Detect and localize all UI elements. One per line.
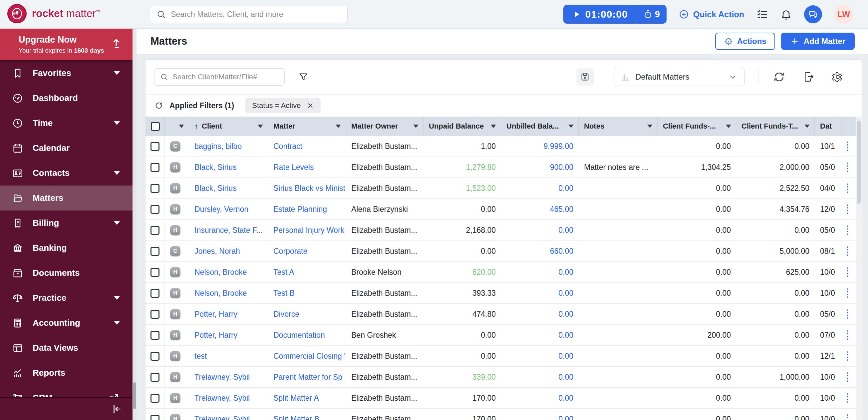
row-checkbox[interactable] [151, 205, 159, 214]
column-menu-caret-icon[interactable] [804, 125, 810, 128]
unbilled-balance-link[interactable]: 0.00 [558, 184, 574, 193]
row-menu-kebab-icon[interactable] [847, 393, 848, 403]
row-menu-kebab-icon[interactable] [847, 205, 848, 214]
unbilled-balance-link[interactable]: 0.00 [558, 268, 574, 277]
select-all-checkbox[interactable] [151, 122, 160, 131]
unbilled-balance-link[interactable]: 900.00 [550, 163, 574, 172]
row-checkbox[interactable] [151, 268, 159, 277]
column-menu-caret-icon[interactable] [336, 125, 341, 128]
save-view-button[interactable] [576, 68, 594, 86]
row-menu-kebab-icon[interactable] [847, 183, 848, 193]
sidebar-item-billing[interactable]: Billing [0, 210, 132, 236]
unbilled-balance-link[interactable]: 660.00 [550, 247, 574, 256]
row-menu-header[interactable] [840, 117, 855, 136]
sidebar-item-contacts[interactable]: Contacts [0, 160, 132, 185]
column-header-blank[interactable] [165, 117, 189, 136]
sidebar-item-banking[interactable]: Banking [0, 236, 132, 261]
client-link[interactable]: Trelawney, Sybil [194, 394, 250, 403]
unbilled-balance-link[interactable]: 0.00 [558, 352, 574, 361]
matter-link[interactable]: Personal Injury Work [273, 226, 344, 235]
client-link[interactable]: Nelson, Brooke [194, 289, 247, 298]
column-menu-caret-icon[interactable] [647, 125, 653, 128]
sidebar-item-accounting[interactable]: Accounting [0, 310, 132, 335]
sidebar-item-calendar[interactable]: Calendar [0, 136, 132, 160]
sidebar-item-matters[interactable]: Matters [0, 185, 132, 210]
unbilled-balance-link[interactable]: 0.00 [558, 415, 574, 420]
column-header-matter[interactable]: Matter [268, 117, 346, 136]
row-checkbox[interactable] [151, 352, 159, 361]
matter-link[interactable]: Commercial Closing ' [273, 352, 346, 361]
client-link[interactable]: Insurance, State F... [194, 226, 263, 235]
row-menu-kebab-icon[interactable] [847, 351, 848, 361]
upgrade-banner[interactable]: Upgrade Now Your trial expires in 1603 d… [0, 29, 132, 60]
matter-link[interactable]: Test B [273, 289, 294, 298]
row-checkbox[interactable] [151, 415, 159, 420]
matter-link[interactable]: Split Matter A [273, 394, 319, 403]
row-checkbox[interactable] [151, 184, 159, 193]
client-link[interactable]: Black, Sirius [194, 163, 237, 172]
client-link[interactable]: Trelawney, Sybil [194, 415, 250, 420]
table-scrollbar-thumb[interactable] [857, 121, 861, 204]
column-header-unpaid-balance[interactable]: Unpaid Balance [424, 117, 501, 136]
client-link[interactable]: test [194, 352, 207, 361]
global-search-input[interactable] [171, 10, 341, 19]
client-link[interactable]: Nelson, Brooke [194, 268, 247, 277]
column-menu-caret-icon[interactable] [726, 125, 731, 128]
client-link[interactable]: Jones, Norah [194, 247, 240, 256]
task-list-icon[interactable] [756, 8, 768, 20]
column-menu-caret-icon[interactable] [491, 125, 496, 128]
timer-button[interactable]: 01:00:00 9 [563, 5, 666, 24]
column-header-matter-owner[interactable]: Matter Owner [346, 117, 424, 136]
column-header-client[interactable]: ↑Client [189, 117, 268, 136]
row-checkbox[interactable] [151, 373, 159, 382]
row-menu-kebab-icon[interactable] [847, 246, 848, 256]
select-all-header[interactable] [146, 117, 165, 136]
row-menu-kebab-icon[interactable] [847, 372, 848, 382]
row-checkbox[interactable] [151, 394, 159, 403]
unbilled-balance-link[interactable]: 0.00 [558, 289, 574, 298]
client-link[interactable]: Potter, Harry [194, 310, 238, 319]
user-avatar[interactable]: LW [834, 5, 854, 24]
sidebar-collapse-button[interactable] [0, 397, 132, 420]
unbilled-balance-link[interactable]: 0.00 [558, 226, 574, 235]
row-menu-kebab-icon[interactable] [847, 309, 848, 319]
reset-filters-icon[interactable] [154, 101, 163, 110]
refresh-icon[interactable] [773, 71, 785, 83]
row-checkbox[interactable] [151, 289, 159, 298]
filter-chip-status[interactable]: Status = Active [245, 98, 321, 113]
row-checkbox[interactable] [151, 142, 159, 151]
export-icon[interactable] [802, 71, 814, 83]
sidebar-item-dashboard[interactable]: Dashboard [0, 86, 132, 111]
quick-action-button[interactable]: Quick Action [679, 9, 744, 20]
matter-link[interactable]: Rate Levels [273, 163, 314, 172]
matter-link[interactable]: Contract [273, 142, 302, 151]
filter-funnel-icon[interactable] [298, 71, 309, 82]
sidebar-scrollbar-thumb[interactable] [133, 382, 136, 409]
row-menu-kebab-icon[interactable] [847, 162, 848, 172]
matter-search-input[interactable] [173, 72, 279, 81]
chat-button[interactable] [804, 5, 822, 23]
client-link[interactable]: baggins, bilbo [194, 142, 242, 151]
unbilled-balance-link[interactable]: 0.00 [558, 394, 574, 403]
sidebar-scrollbar[interactable] [132, 29, 136, 420]
column-header-unbilled-bala-[interactable]: Unbilled Bala... [501, 117, 579, 136]
notifications-bell-icon[interactable] [780, 8, 792, 20]
actions-button[interactable]: Actions [715, 33, 775, 50]
sidebar-item-time[interactable]: Time [0, 111, 132, 136]
unbilled-balance-link[interactable]: 465.00 [550, 205, 574, 214]
row-checkbox[interactable] [151, 163, 159, 172]
sidebar-item-reports[interactable]: Reports [0, 360, 132, 385]
row-menu-kebab-icon[interactable] [847, 142, 848, 151]
table-scrollbar[interactable] [856, 117, 862, 420]
column-menu-caret-icon[interactable] [258, 125, 263, 128]
row-menu-kebab-icon[interactable] [847, 267, 848, 277]
column-menu-caret-icon[interactable] [179, 125, 184, 128]
row-checkbox[interactable] [151, 247, 159, 256]
row-menu-kebab-icon[interactable] [847, 289, 848, 298]
matter-link[interactable]: Test A [273, 268, 294, 277]
column-menu-caret-icon[interactable] [568, 125, 574, 128]
client-link[interactable]: Black, Sirius [194, 184, 237, 193]
matter-link[interactable]: Estate Planning [273, 205, 327, 214]
column-header-client-funds-t-[interactable]: Client Funds-T... [736, 117, 815, 136]
column-header-notes[interactable]: Notes [579, 117, 658, 136]
